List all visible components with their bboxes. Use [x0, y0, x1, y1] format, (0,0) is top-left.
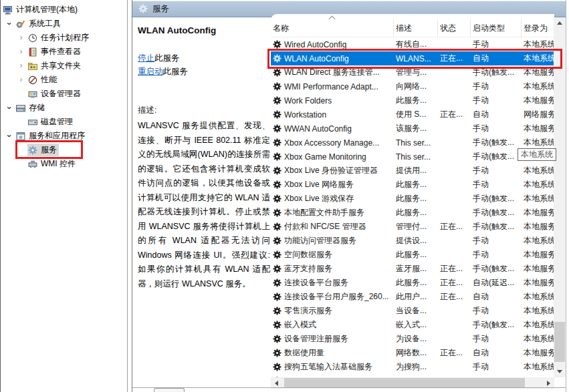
service-row[interactable]: 空间数据服务此服务...手动本地服务: [271, 248, 554, 262]
expand-arrow-icon[interactable]: ›: [15, 73, 27, 87]
tree-item-wmi-control[interactable]: WMI 控件: [1, 157, 127, 171]
service-description: 此用户...: [394, 291, 438, 303]
collapse-arrow-icon[interactable]: ›: [2, 130, 16, 142]
tree-item-performance[interactable]: ›性能: [1, 73, 127, 87]
service-logon-as: 本地服务: [522, 67, 554, 78]
services-apps-icon: [16, 132, 25, 141]
service-row[interactable]: Xbox Live 身份验证管理器提供用...手动本地系统: [271, 164, 554, 178]
scroll-down-arrow[interactable]: [554, 366, 565, 377]
column-header-4[interactable]: 登录为: [522, 19, 554, 37]
service-startup-type: 手动(触发...: [471, 221, 522, 232]
service-description: 此服务...: [394, 249, 438, 260]
tree-item-label: 共享文件夹: [41, 60, 81, 71]
service-row[interactable]: Work Folders此服务...手动本地服务: [271, 93, 554, 108]
service-logon-as: 本地系统: [522, 361, 554, 373]
service-row[interactable]: Xbox Live 游戏保存此服务...手动(触发...本地系统: [271, 192, 554, 206]
vertical-scrollbar[interactable]: [554, 17, 566, 377]
service-description: This ser...: [394, 138, 438, 148]
service-row[interactable]: 设备管理注册服务为设备...手动本地系统: [271, 332, 554, 346]
service-gear-icon: [271, 236, 282, 245]
service-description: 此服务...: [394, 179, 438, 190]
service-row[interactable]: 数据使用量网络数...正在...自动本地服务: [271, 346, 554, 360]
service-row[interactable]: Xbox Game MonitoringThis ser...手动(触发...本…: [271, 150, 554, 164]
column-header-2[interactable]: 状态: [438, 19, 471, 37]
service-startup-type: 手动: [471, 235, 522, 246]
service-logon-as: 网络服务: [522, 109, 554, 120]
expand-arrow-icon[interactable]: ›: [15, 31, 27, 45]
service-startup-type: 手动: [471, 179, 522, 190]
service-status: 正在...: [438, 53, 471, 64]
service-name: Xbox Live 游戏保存: [282, 193, 394, 204]
horizontal-scroll-thumb[interactable]: [284, 378, 525, 388]
service-row[interactable]: 付款和 NFC/SE 管理器管理付...正在...手动(触发...本地服务: [271, 220, 554, 234]
service-startup-type: 手动: [471, 39, 522, 50]
service-startup-type: 自动: [471, 109, 522, 120]
tree-item-shared-folders[interactable]: ›共享文件夹: [1, 59, 127, 73]
tree-item-task-scheduler[interactable]: ›任务计划程序: [1, 31, 127, 45]
service-row[interactable]: Wired AutoConfig有线自...手动本地系统: [271, 37, 554, 51]
expand-arrow-icon[interactable]: ›: [15, 59, 27, 73]
logon-tooltip: 本地系统: [518, 148, 556, 161]
scroll-up-arrow[interactable]: [554, 17, 565, 29]
service-startup-type: 自动: [471, 53, 522, 64]
collapse-arrow-icon[interactable]: ›: [2, 17, 16, 30]
tree-item-services[interactable]: 服务: [1, 143, 127, 157]
service-logon-as: 本地服务: [522, 123, 554, 134]
service-row[interactable]: Xbox Live 网络服务此服务...手动本地系统: [271, 178, 554, 192]
service-name: 付款和 NFC/SE 管理器: [282, 221, 394, 232]
column-header-3[interactable]: 启动类型: [471, 19, 522, 37]
device-manager-icon: [28, 89, 37, 99]
tree-item-label: 存储: [29, 102, 45, 114]
window-edge-strip: [566, 0, 569, 392]
vertical-scroll-thumb[interactable]: [554, 322, 565, 362]
service-name: Xbox Accessory Manage...: [282, 138, 394, 148]
service-row[interactable]: 连接设备平台服务此服务...正在...自动(延迟...本地服务: [271, 276, 554, 290]
service-logon-as: 本地系统: [522, 137, 554, 148]
restart-service-line: 重启动此服务: [138, 65, 267, 78]
service-logon-as: 本地系统: [522, 81, 554, 92]
task-scheduler-icon: [28, 33, 37, 43]
service-name: Xbox Game Monitoring: [282, 152, 394, 162]
service-row[interactable]: 零售演示服务当设备...手动本地系统: [271, 304, 554, 318]
service-row[interactable]: 蓝牙支持服务蓝牙服...正在...手动(触发...本地服务: [271, 262, 554, 276]
collapse-arrow-icon[interactable]: ›: [2, 102, 16, 114]
service-row[interactable]: Xbox Accessory Manage...This ser...手动(触发…: [271, 136, 554, 150]
tree-item-disk-management[interactable]: 磁盘管理: [1, 115, 127, 129]
stop-service-suffix: 此服务: [154, 53, 180, 63]
service-row[interactable]: 嵌入模式嵌入式...手动(触发...本地系统: [271, 318, 554, 332]
restart-service-link[interactable]: 重启动: [138, 67, 163, 76]
service-row[interactable]: 功能访问管理器服务提供设...手动本地系统: [271, 234, 554, 248]
service-row[interactable]: WLAN Direct 服务连接管...管理与...手动(触发...本地服务: [271, 65, 554, 79]
tree-item-event-viewer[interactable]: ›事件查看器: [1, 45, 127, 59]
view-tab-stub[interactable]: [154, 388, 185, 392]
service-logon-as: 本地系统: [522, 39, 554, 50]
service-gear-icon: [271, 264, 282, 273]
column-header-1[interactable]: 描述: [394, 19, 438, 37]
tree-item-label: 服务: [41, 144, 57, 156]
system-tools-icon: [16, 19, 25, 29]
tree-item-device-manager[interactable]: 设备管理器: [1, 87, 127, 101]
service-description: 当设备...: [394, 305, 438, 317]
tree-item-label: 计算机管理(本地): [16, 4, 78, 15]
expand-arrow-icon[interactable]: ›: [15, 45, 27, 59]
service-row[interactable]: WWAN AutoConfig该服务...手动本地服务: [271, 122, 554, 136]
service-row[interactable]: WMI Performance Adapt...向网络...手动本地系统: [271, 79, 554, 93]
service-logon-as: 本地服务: [522, 263, 554, 274]
service-row[interactable]: Workstation使用 S...正在...自动网络服务: [271, 108, 554, 122]
service-startup-type: 手动(触发...: [471, 193, 522, 204]
service-gear-icon: [271, 40, 282, 49]
service-startup-type: 自动: [471, 347, 522, 359]
service-gear-icon: [271, 335, 282, 343]
tree-item-system-tools[interactable]: ›系统工具: [1, 17, 127, 31]
tree-item-services-and-applications[interactable]: ›服务和应用程序: [1, 129, 127, 143]
service-gear-icon: [271, 110, 282, 119]
service-row[interactable]: 连接设备平台用户服务_260...此用户...正在...自动本地系统: [271, 290, 554, 304]
service-row[interactable]: 搜狗五笔输入法基础服务为搜狗...手动本地系统: [271, 360, 554, 374]
stop-service-link[interactable]: 停止: [138, 53, 154, 63]
tree-item-storage[interactable]: ›存储: [1, 101, 127, 115]
tree-item-computer-management[interactable]: 计算机管理(本地): [1, 3, 127, 17]
service-row[interactable]: 本地配置文件助手服务此服务...手动(触发...本地服务: [271, 206, 554, 220]
service-name: 蓝牙支持服务: [282, 263, 394, 274]
service-row[interactable]: WLAN AutoConfigWLANS...正在...自动本地系统: [271, 51, 554, 65]
service-startup-type: 自动: [471, 291, 522, 303]
